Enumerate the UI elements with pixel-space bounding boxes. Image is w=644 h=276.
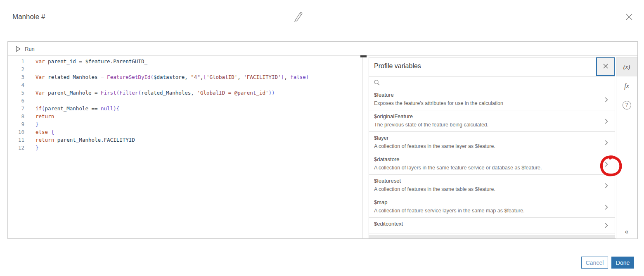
line-number: 8 <box>8 112 24 120</box>
code-line[interactable]: 7if(parent_Manhole == null){ <box>8 105 362 112</box>
dialog-header: Manhole # <box>0 0 644 35</box>
variable-row-datastore[interactable]: $datastoreA collection of layers in the … <box>369 153 615 175</box>
variable-texts: $featuresetA collection of features in t… <box>374 177 598 193</box>
horizontal-scrollbar[interactable] <box>369 235 615 238</box>
variable-texts: $mapA collection of feature service laye… <box>374 199 598 214</box>
search-icon <box>374 79 380 86</box>
variable-search-row <box>369 76 615 89</box>
variable-list: $featureExposes the feature's attributes… <box>369 89 615 235</box>
code-line[interactable]: 4 <box>8 81 362 89</box>
tab-help[interactable]: ? <box>616 95 637 114</box>
edit-title-button[interactable] <box>291 10 305 23</box>
code-line[interactable]: 12} <box>8 144 362 152</box>
code-text: } <box>24 144 39 152</box>
chevron-right-icon[interactable] <box>605 223 608 228</box>
profile-variables-panel: Profile variables $featureExposes the fe… <box>369 57 615 239</box>
editor-side-rail: (x) fx ? « <box>616 57 637 239</box>
variable-texts: $datastoreA collection of layers in the … <box>374 156 598 171</box>
variable-row-layer[interactable]: $layerA collection of features in the sa… <box>369 132 615 153</box>
functions-icon: fx <box>624 82 629 90</box>
variable-name: $datastore <box>374 156 598 163</box>
panel-title: Profile variables <box>374 62 421 70</box>
line-number: 1 <box>8 57 24 65</box>
code-text: Var related_Manholes = FeatureSetById($d… <box>24 73 309 81</box>
line-number: 10 <box>8 128 24 136</box>
variable-description: A collection of features in the same tab… <box>374 186 598 193</box>
code-line[interactable]: 5Var parent_Manhole = First(Filter(relat… <box>8 89 362 97</box>
line-number: 7 <box>8 105 24 112</box>
code-text: Var parent_Manhole = First(Filter(relate… <box>24 89 275 97</box>
code-editor[interactable]: 1var parent_id = $feature.ParentGUID_2 3… <box>8 55 363 238</box>
collapse-rail-button[interactable]: « <box>616 228 637 236</box>
done-button[interactable]: Done <box>611 257 634 269</box>
variable-description: The previous state of the feature being … <box>374 121 598 128</box>
code-text: if(parent_Manhole == null){ <box>24 105 119 112</box>
chevron-right-icon[interactable] <box>605 205 608 210</box>
run-button[interactable]: Run <box>13 44 37 54</box>
code-text <box>24 97 39 105</box>
variable-texts: $featureExposes the feature's attributes… <box>374 91 598 107</box>
code-line[interactable]: 10else { <box>8 128 362 136</box>
code-line[interactable]: 8return <box>8 112 362 120</box>
play-icon <box>15 46 21 52</box>
code-line[interactable]: 3Var related_Manholes = FeatureSetById($… <box>8 73 362 81</box>
variable-row-featureset[interactable]: $featuresetA collection of features in t… <box>369 175 615 196</box>
variable-description: A collection of feature service layers i… <box>374 207 598 214</box>
tab-profile-variables[interactable]: (x) <box>616 57 637 76</box>
chevron-right-icon[interactable] <box>605 183 608 188</box>
code-text <box>24 81 39 89</box>
chevron-right-icon[interactable] <box>605 119 608 124</box>
code-text: return parent_Manhole.FACILITYID <box>24 136 135 144</box>
panel-close-button[interactable] <box>596 57 615 76</box>
variable-row-editcontext[interactable]: $editcontext <box>369 218 615 233</box>
variable-name: $feature <box>374 91 598 99</box>
variable-name: $editcontext <box>374 220 598 228</box>
chevron-right-icon[interactable] <box>605 162 608 167</box>
line-number: 4 <box>8 81 24 89</box>
code-text: var parent_id = $feature.ParentGUID_ <box>24 57 147 65</box>
code-line[interactable]: 1var parent_id = $feature.ParentGUID_ <box>8 57 362 65</box>
variable-name: $originalFeature <box>374 113 598 120</box>
line-number: 12 <box>8 144 24 152</box>
code-line[interactable]: 11return parent_Manhole.FACILITYID <box>8 136 362 144</box>
expression-editor: Run 1var parent_id = $feature.ParentGUID… <box>7 41 638 239</box>
panel-header: Profile variables <box>369 57 615 76</box>
pencil-icon <box>291 10 305 23</box>
dialog-close-button[interactable] <box>623 12 635 23</box>
line-number: 5 <box>8 89 24 97</box>
code-line[interactable]: 2 <box>8 65 362 73</box>
search-input[interactable] <box>382 77 607 88</box>
code-lines: 1var parent_id = $feature.ParentGUID_2 3… <box>8 57 362 152</box>
code-line[interactable]: 6 <box>8 97 362 105</box>
line-number: 6 <box>8 97 24 105</box>
line-number: 3 <box>8 73 24 81</box>
variable-row-originalFeature[interactable]: $originalFeatureThe previous state of th… <box>369 110 615 132</box>
variable-texts: $originalFeatureThe previous state of th… <box>374 113 598 128</box>
code-text: } <box>24 120 39 128</box>
line-number: 11 <box>8 136 24 144</box>
line-number: 2 <box>8 65 24 73</box>
chevron-right-icon[interactable] <box>605 97 608 102</box>
chevron-right-icon[interactable] <box>605 140 608 145</box>
code-text: else { <box>24 128 54 136</box>
profile-variables-icon: (x) <box>623 64 630 71</box>
code-line[interactable]: 9} <box>8 120 362 128</box>
close-icon <box>603 63 608 69</box>
run-label: Run <box>25 46 35 52</box>
variable-name: $map <box>374 199 598 206</box>
code-text: return <box>24 112 54 120</box>
variable-description: A collection of layers in the same featu… <box>374 164 598 171</box>
variable-name: $featureset <box>374 177 598 185</box>
variable-description: A collection of features in the same lay… <box>374 143 598 150</box>
variable-description: Exposes the feature's attributes for use… <box>374 100 598 107</box>
variable-row-map[interactable]: $mapA collection of feature service laye… <box>369 196 615 218</box>
panel-resize-handle[interactable] <box>360 55 367 57</box>
variable-name: $layer <box>374 134 598 142</box>
close-icon <box>625 12 634 21</box>
code-text <box>24 65 39 73</box>
cancel-button[interactable]: Cancel <box>581 257 608 269</box>
tab-functions[interactable]: fx <box>616 76 637 95</box>
variable-row-feature[interactable]: $featureExposes the feature's attributes… <box>369 89 615 110</box>
line-number: 9 <box>8 120 24 128</box>
variable-texts: $layerA collection of features in the sa… <box>374 134 598 150</box>
